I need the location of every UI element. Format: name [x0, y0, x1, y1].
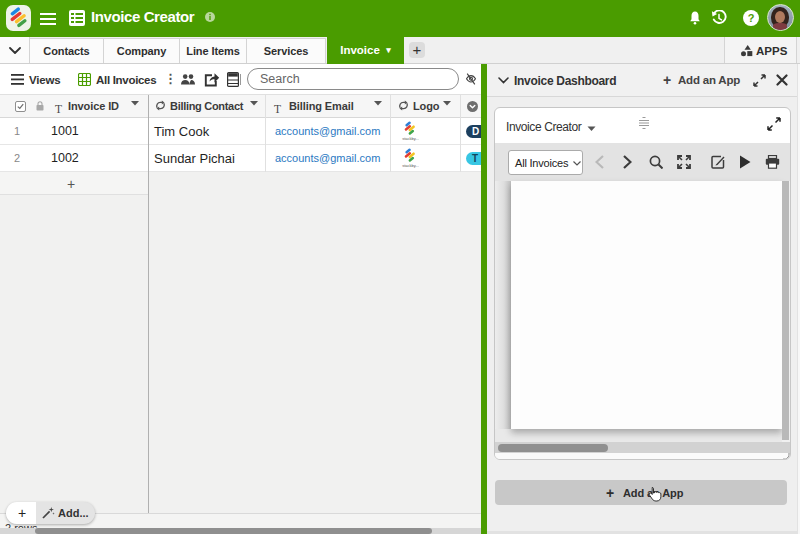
svg-text:?: ? [748, 12, 755, 24]
